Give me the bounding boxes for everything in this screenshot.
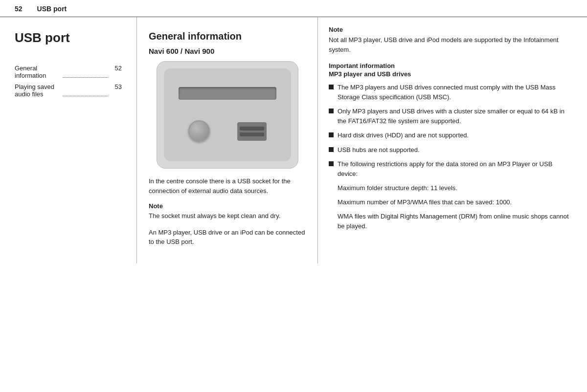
note-label-mid: Note [149, 202, 306, 210]
description-text: In the centre console there is a USB soc… [149, 176, 306, 196]
bullet-square-icon [329, 161, 334, 166]
usb-port-icon [237, 122, 267, 141]
extra-text: An MP3 player, USB drive or an iPod can … [149, 228, 306, 247]
circle-button-icon [188, 120, 210, 142]
page-header-title: USB port [37, 5, 67, 13]
bullet-square-icon [329, 85, 334, 89]
list-item: Hard disk drives (HDD) and are not suppo… [329, 131, 573, 140]
important-subtitle: MP3 player and USB drives [329, 70, 573, 78]
note-box-mid: Note The socket must always be kept clea… [149, 202, 306, 221]
list-item: The MP3 players and USB drives connected… [329, 83, 573, 102]
sub-list-item: Maximum number of MP3/WMA files that can… [338, 197, 573, 208]
left-column: USB port General information 52 Playing … [0, 17, 137, 263]
cd-slot-icon [179, 87, 276, 100]
usb-inner-panel [164, 68, 291, 161]
list-item: USB hubs are not supported. [329, 145, 573, 155]
list-item: The following restrictions apply for the… [329, 159, 573, 178]
toc-label-playing: Playing saved audio files [15, 83, 61, 98]
usb-diagram [157, 61, 298, 169]
toc-dots-general [63, 65, 109, 78]
toc-page-playing: 53 [110, 83, 122, 98]
general-info-title: General information [149, 31, 306, 42]
important-section-title: Important information [329, 62, 573, 69]
usb-port-inner-bar [240, 127, 264, 131]
right-note-label: Note [329, 26, 573, 33]
toc-item-general: General information 52 [15, 65, 122, 79]
toc-dots-playing [63, 83, 109, 96]
usb-port-inner-bar2 [240, 132, 264, 136]
sub-list-item: Maximum folder structure depth: 11 level… [338, 183, 573, 194]
bullet-square-icon [329, 132, 334, 137]
bullet-square-icon [329, 147, 334, 152]
toc-page-general: 52 [110, 65, 122, 79]
bullet-square-icon [329, 109, 334, 113]
sub-list-item: WMA files with Digital Rights Management… [338, 212, 573, 232]
right-column: Note Not all MP3 player, USB drive and i… [318, 17, 587, 263]
middle-column: General information Navi 600 / Navi 900 … [137, 17, 318, 263]
page-header: 52 USB port [0, 0, 587, 17]
list-item-text: The MP3 players and USB drives connected… [338, 83, 573, 102]
section-title: USB port [15, 31, 122, 45]
toc-item-playing: Playing saved audio files 53 [15, 83, 122, 98]
toc-label-general: General information [15, 65, 61, 79]
sub-list: Maximum folder structure depth: 11 level… [329, 183, 573, 232]
navi-subtitle: Navi 600 / Navi 900 [149, 47, 306, 55]
list-item: Only MP3 players and USB drives with a c… [329, 107, 573, 126]
content-area: USB port General information 52 Playing … [0, 17, 587, 263]
right-note-text: Not all MP3 player, USB drive and iPod m… [329, 35, 573, 54]
list-item-text: Hard disk drives (HDD) and are not suppo… [338, 131, 469, 140]
note-text-mid: The socket must always be kept clean and… [149, 211, 306, 221]
list-item-text: USB hubs are not supported. [338, 145, 420, 155]
list-item-text: Only MP3 players and USB drives with a c… [338, 107, 573, 126]
bullet-list: The MP3 players and USB drives connected… [329, 83, 573, 178]
list-item-text: The following restrictions apply for the… [338, 159, 573, 178]
page-number: 52 [15, 5, 23, 13]
